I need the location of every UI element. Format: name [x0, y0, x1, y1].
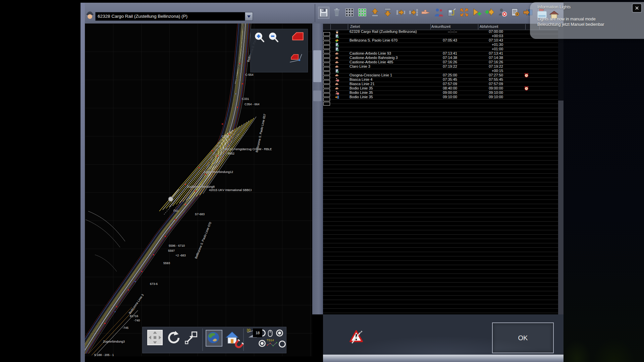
timetable-row[interactable]: Bodio Linie 3509:00:0009:10:00: [323, 90, 558, 95]
driver-icon: [86, 10, 94, 20]
load-button[interactable]: [382, 7, 393, 18]
timetable-row[interactable]: 62328 Cargo Rail (Zustellung Bellinzona)…: [323, 29, 558, 34]
hand-icon: [330, 82, 348, 86]
passengers-icon: [434, 7, 444, 17]
timetable-row[interactable]: Bodio Linie 3508:40:0009:00:00: [323, 86, 558, 90]
ankunftszeit-cell: 07:35:45: [430, 77, 457, 82]
timetable-row[interactable]: +00:03: [323, 34, 558, 38]
column-abfahrtszeit[interactable]: Abfahrtszeit: [480, 24, 498, 29]
timetable-row[interactable]: Claro Linie 307:19:2207:19:22: [323, 64, 558, 69]
magnet-icon[interactable]: [233, 339, 245, 351]
schedule-settings-icon: [510, 7, 520, 17]
staff-remove-button[interactable]: [497, 7, 508, 18]
grid-plain-button[interactable]: [344, 7, 355, 18]
abfahrtszeit-cell: 07:55:45: [476, 77, 503, 82]
alarm-clock-icon: [524, 86, 529, 91]
hand-icon: [330, 86, 348, 90]
route-plus-button[interactable]: [484, 7, 495, 18]
timetable-row[interactable]: Biasca Linie 2107:57:0907:57:09: [323, 82, 558, 86]
dialog-panel: OK: [323, 314, 564, 355]
expand-icon: [459, 7, 469, 17]
game-world-background: [564, 0, 644, 362]
signal-with-track-icon[interactable]: [289, 51, 303, 63]
save-button[interactable]: [318, 7, 329, 19]
zoom-out-icon[interactable]: [268, 32, 279, 43]
alarm-cell: [524, 73, 531, 78]
rotate-tool-button[interactable]: [166, 330, 181, 345]
map-toolbar: 30 18 TS14: [142, 327, 286, 353]
timetable-row[interactable]: Bodio Linie 3509:10:0009:10:00: [323, 95, 558, 99]
zielort-cell: Biasca Linie 21: [348, 82, 430, 86]
notification-title: Information Lights: [537, 5, 571, 9]
track-map-panel[interactable]: Bellinzona S. Paolo NordC-554C331C354 - …: [85, 23, 312, 356]
close-icon[interactable]: [632, 3, 642, 13]
abfahrtszeit-cell: 09:10:00: [476, 95, 503, 99]
alarm-cell: [524, 86, 531, 91]
task-icon: [330, 69, 348, 73]
abfahrtszeit-cell: 07:19:22: [476, 64, 503, 69]
scrollbar-thumb[interactable]: [313, 50, 321, 82]
timetable-row[interactable]: +01:30: [323, 43, 558, 47]
timetable-row[interactable]: +00:15: [323, 69, 558, 73]
pan-tool-button[interactable]: [147, 330, 163, 345]
timetable-row[interactable]: Castione-Arbedo Linie 9307:13:4107:13:41: [323, 51, 558, 56]
couple-front-button[interactable]: [395, 7, 406, 18]
passengers-button[interactable]: [433, 7, 444, 18]
track-map: [85, 23, 312, 356]
ankunftszeit-cell: --:--:--: [430, 29, 457, 34]
grid-plain-icon: [344, 7, 355, 17]
timetable-row[interactable]: Biasca Linie 407:35:4507:55:45: [323, 77, 558, 82]
zielort-cell: Castione-Arbedo Linie 93: [348, 51, 430, 56]
magnet-radio[interactable]: [259, 340, 266, 347]
abfahrtszeit-cell: +01:00: [476, 47, 503, 51]
refuel-button[interactable]: [446, 7, 457, 18]
svg-text:TS14: TS14: [267, 339, 274, 342]
world-view-button[interactable]: [206, 330, 222, 347]
unload-button[interactable]: [370, 7, 380, 18]
abfahrtszeit-cell: 07:10:43: [476, 38, 503, 43]
delete-button[interactable]: [331, 7, 342, 18]
ankunftszeit-cell: 09:00:00: [430, 90, 457, 95]
column-ankunftszeit[interactable]: Ankunftszeit: [431, 24, 450, 29]
vertical-scrollbar[interactable]: [312, 23, 323, 314]
refuel-icon: [446, 7, 457, 17]
expand-button[interactable]: [459, 7, 470, 18]
column-zielort[interactable]: Zielort: [350, 24, 360, 29]
dropdown-arrow-button[interactable]: [245, 12, 253, 21]
depart-plus-button[interactable]: [472, 7, 482, 18]
app-screen: 62328 Cargo Rail (Zustellung Bellinzona)…: [0, 0, 644, 362]
mouse-icon: [267, 329, 273, 338]
timetable-row[interactable]: Castione-Arbedo Bahnsteig 307:14:3807:14…: [323, 56, 558, 60]
zielort-cell: Bodio Linie 35: [348, 95, 430, 99]
toolbar-divider: [315, 4, 315, 22]
ok-button[interactable]: OK: [492, 322, 554, 353]
timetable-row[interactable]: Castione-Arbedo Linie 48507:16:2607:16:2…: [323, 60, 558, 64]
track-profile-radio[interactable]: [279, 341, 286, 348]
alarm-clock-icon: [524, 73, 529, 78]
task-icon: [330, 47, 348, 51]
couple-rear-button[interactable]: [408, 7, 419, 18]
signal-head-icon[interactable]: [291, 31, 305, 41]
abfahrtszeit-cell: 09:00:00: [476, 86, 503, 90]
track-profile-icon[interactable]: TS14: [266, 338, 278, 347]
zielort-cell: Claro Linie 3: [348, 64, 430, 69]
timetable-row[interactable]: +01:00: [323, 47, 558, 51]
train-selector-dropdown[interactable]: 62328 Cargo Rail (Zustellung Bellinzona)…: [95, 12, 248, 21]
grid-active-button[interactable]: [357, 7, 368, 18]
timetable-row[interactable]: Osogna-Cresciano Linie 107:25:0007:27:50: [323, 73, 558, 77]
manual-hand-button[interactable]: [421, 7, 431, 18]
scrollbar-segment[interactable]: [313, 90, 321, 101]
timetable-row[interactable]: Bellinzona S. Paolo Linie 67007:05:4307:…: [323, 38, 558, 43]
zielort-cell: Biasca Linie 4: [348, 77, 430, 82]
jump-tool-button[interactable]: [183, 330, 198, 345]
mouse-follow-radio[interactable]: [276, 329, 283, 337]
ankunftszeit-cell: 07:57:09: [430, 82, 457, 86]
couple-front-icon: [395, 7, 406, 17]
save-icon: [319, 8, 329, 18]
warning-edit-icon: [349, 329, 363, 344]
zoom-in-icon[interactable]: [254, 32, 265, 43]
schedule-settings-button[interactable]: [510, 7, 521, 18]
wagon-slot: [323, 102, 330, 106]
window-left-border: [80, 3, 85, 362]
zielort-cell: Osogna-Cresciano Linie 1: [348, 73, 430, 77]
